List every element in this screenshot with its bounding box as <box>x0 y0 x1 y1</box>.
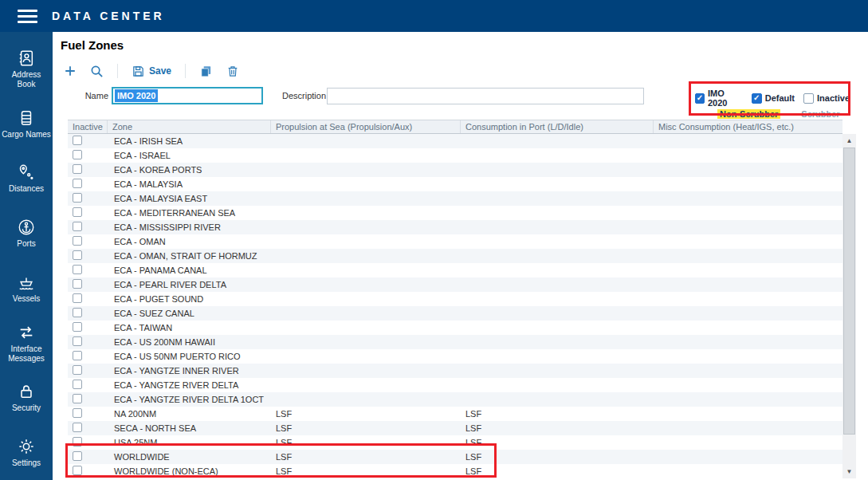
copy-button[interactable] <box>199 65 213 78</box>
table-row[interactable]: NA 200NMLSFLSF <box>68 407 842 421</box>
add-button[interactable] <box>64 65 77 77</box>
row-inactive-checkbox[interactable] <box>73 222 82 231</box>
sidebar-item-label: Distances <box>7 184 45 194</box>
table-row[interactable]: ECA - PUGET SOUND <box>68 292 842 306</box>
table-row[interactable]: SECA - NORTH SEALSFLSF <box>68 421 842 435</box>
name-label: Name <box>61 91 108 100</box>
table-row[interactable]: ECA - PANAMA CANAL <box>68 263 842 277</box>
inactive-cell <box>68 179 108 190</box>
app-title: DATA CENTER <box>52 10 165 22</box>
table-row[interactable]: ECA - YANGTZE RIVER DELTA 1OCT <box>68 392 842 407</box>
menu-icon[interactable] <box>18 10 37 23</box>
column-header-zone[interactable]: Zone <box>108 120 271 133</box>
row-inactive-checkbox[interactable] <box>73 380 82 389</box>
row-inactive-checkbox[interactable] <box>73 207 82 217</box>
table-row[interactable]: ECA - MISSISSIPPI RIVER <box>68 220 842 234</box>
non-scrubber-tab[interactable]: Non-Scrubber <box>717 109 780 119</box>
sidebar-item-security[interactable]: Security <box>0 371 53 426</box>
column-header-misc[interactable]: Misc Consumption (Heat/IGS, etc.) <box>654 120 842 133</box>
row-inactive-checkbox[interactable] <box>73 423 82 432</box>
zone-cell: NA 200NM <box>108 409 271 419</box>
row-inactive-checkbox[interactable] <box>73 164 82 174</box>
column-header-consumption[interactable]: Consumption in Port (L/D/Idle) <box>461 120 654 133</box>
table-row[interactable]: USA 25NMLSFLSF <box>68 435 842 450</box>
scroll-down-arrow[interactable]: ▼ <box>842 465 856 478</box>
sidebar-item-cargo-names[interactable]: Cargo Names <box>0 96 53 151</box>
row-inactive-checkbox[interactable] <box>73 394 82 403</box>
description-input[interactable] <box>327 88 644 104</box>
sidebar-item-interface-messages[interactable]: Interface Messages <box>0 316 53 371</box>
table-row[interactable]: ECA - SUEZ CANAL <box>68 306 842 321</box>
sidebar-item-distances[interactable]: Distances <box>0 151 53 207</box>
table-row[interactable]: ECA - IRISH SEA <box>68 134 842 148</box>
name-input[interactable]: IMO 2020 <box>112 87 263 104</box>
sidebar-item-vessels[interactable]: Vessels <box>0 261 53 316</box>
default-checkbox[interactable] <box>752 93 762 104</box>
scrubber-tabs: Non-Scrubber Scrubber <box>695 109 850 119</box>
description-label: Description <box>282 91 326 100</box>
row-inactive-checkbox[interactable] <box>73 136 82 145</box>
column-header-inactive[interactable]: Inactive <box>68 120 108 133</box>
row-inactive-checkbox[interactable] <box>73 279 82 289</box>
inactive-cell <box>68 394 108 405</box>
inactive-checkbox[interactable] <box>803 93 814 104</box>
table-row[interactable]: ECA - YANGTZE INNER RIVER <box>68 364 842 378</box>
inactive-cell <box>68 451 108 462</box>
table-row[interactable]: ECA - KOREA PORTS <box>68 163 842 177</box>
scrubber-tab[interactable]: Scrubber <box>801 109 839 119</box>
table-row[interactable]: ECA - MEDITERRANEAN SEA <box>68 206 842 220</box>
imo-2020-label: IMO 2020 <box>708 89 743 108</box>
sidebar-item-settings[interactable]: Settings <box>0 425 53 480</box>
row-inactive-checkbox[interactable] <box>73 437 82 447</box>
table-row[interactable]: ECA - ISRAEL <box>68 148 842 163</box>
table-row[interactable]: WORLDWIDELSFLSF <box>68 450 842 464</box>
table-row[interactable]: ECA - MALAYSIA EAST <box>68 191 842 206</box>
imo-2020-checkbox-item[interactable]: IMO 2020 <box>695 89 743 108</box>
imo-2020-checkbox[interactable] <box>695 93 705 104</box>
table-row[interactable]: WORLDWIDE (NON-ECA)LSFLSF <box>68 464 842 478</box>
row-inactive-checkbox[interactable] <box>73 236 82 246</box>
propulsion-cell: LSF <box>271 409 461 419</box>
row-inactive-checkbox[interactable] <box>73 365 82 375</box>
sidebar-item-ports[interactable]: Ports <box>0 206 53 261</box>
zone-cell: ECA - TAIWAN <box>108 323 271 332</box>
table-row[interactable]: ECA - US 200NM HAWAII <box>68 335 842 349</box>
row-inactive-checkbox[interactable] <box>73 336 82 346</box>
main-content: Fuel Zones Save <box>53 32 868 480</box>
save-button[interactable]: Save <box>132 65 171 78</box>
name-value-selected: IMO 2020 <box>115 89 158 102</box>
row-inactive-checkbox[interactable] <box>73 308 82 317</box>
table-row[interactable]: ECA - OMAN <box>68 234 842 249</box>
row-inactive-checkbox[interactable] <box>73 322 82 332</box>
interface-messages-icon <box>18 323 35 342</box>
default-checkbox-item[interactable]: Default <box>752 93 795 104</box>
page-title: Fuel Zones <box>61 38 124 52</box>
gear-icon <box>18 437 35 456</box>
row-inactive-checkbox[interactable] <box>73 193 82 203</box>
table-row[interactable]: ECA - MALAYSIA <box>68 177 842 191</box>
table-row[interactable]: ECA - TAIWAN <box>68 321 842 335</box>
row-inactive-checkbox[interactable] <box>73 466 82 475</box>
row-inactive-checkbox[interactable] <box>73 150 82 159</box>
scroll-up-arrow[interactable]: ▲ <box>842 134 856 148</box>
vertical-scrollbar[interactable]: ▲ ▼ <box>842 134 856 478</box>
column-header-propulsion[interactable]: Propulsion at Sea (Propulsion/Aux) <box>271 120 461 133</box>
row-inactive-checkbox[interactable] <box>73 179 82 188</box>
row-inactive-checkbox[interactable] <box>73 351 82 360</box>
scrollbar-thumb[interactable] <box>843 148 855 435</box>
row-inactive-checkbox[interactable] <box>73 293 82 303</box>
table-row[interactable]: ECA - OMAN, STRAIT OF HORMUZ <box>68 249 842 263</box>
inactive-label: Inactive <box>817 93 850 103</box>
table-row[interactable]: ECA - PEARL RIVER DELTA <box>68 277 842 292</box>
inactive-checkbox-item[interactable]: Inactive <box>803 93 850 104</box>
row-inactive-checkbox[interactable] <box>73 250 82 260</box>
zone-cell: ECA - ISRAEL <box>108 151 271 160</box>
row-inactive-checkbox[interactable] <box>73 408 82 418</box>
search-button[interactable] <box>90 65 104 78</box>
sidebar-item-address-book[interactable]: Address Book <box>0 41 53 96</box>
delete-button[interactable] <box>226 65 239 78</box>
table-row[interactable]: ECA - US 50NM PUERTO RICO <box>68 349 842 364</box>
row-inactive-checkbox[interactable] <box>73 265 82 274</box>
row-inactive-checkbox[interactable] <box>73 451 82 461</box>
table-row[interactable]: ECA - YANGTZE RIVER DELTA <box>68 378 842 392</box>
